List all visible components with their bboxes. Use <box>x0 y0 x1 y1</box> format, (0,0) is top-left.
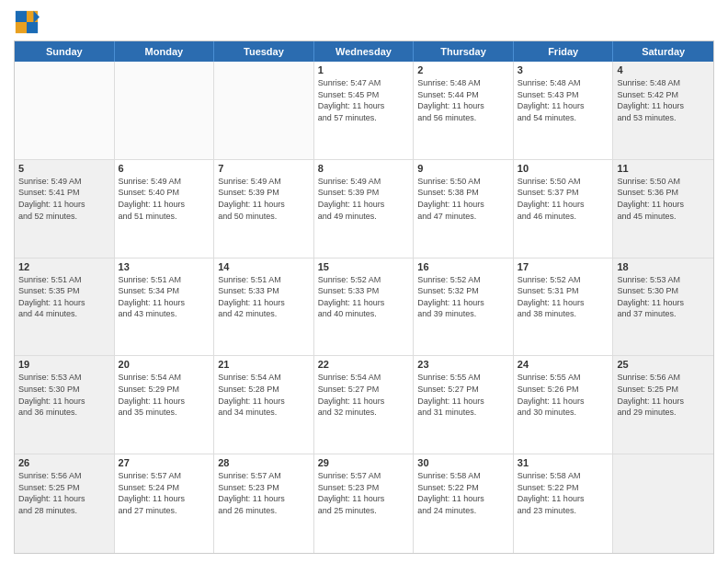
calendar-row-5: 26Sunrise: 5:56 AM Sunset: 5:25 PM Dayli… <box>15 454 713 553</box>
day-header-sunday: Sunday <box>15 41 115 62</box>
day-number: 21 <box>218 359 310 370</box>
calendar-cell-16: 16Sunrise: 5:52 AM Sunset: 5:32 PM Dayli… <box>414 259 514 356</box>
calendar-cell-31: 31Sunrise: 5:58 AM Sunset: 5:22 PM Dayli… <box>514 454 614 553</box>
calendar-cell-29: 29Sunrise: 5:57 AM Sunset: 5:23 PM Dayli… <box>314 454 415 553</box>
day-number: 31 <box>518 457 609 468</box>
day-info: Sunrise: 5:49 AM Sunset: 5:39 PM Dayligh… <box>218 176 310 222</box>
calendar-cell-8: 8Sunrise: 5:49 AM Sunset: 5:39 PM Daylig… <box>314 160 415 258</box>
day-number: 20 <box>119 359 210 370</box>
day-number: 1 <box>318 64 410 75</box>
day-info: Sunrise: 5:57 AM Sunset: 5:23 PM Dayligh… <box>318 470 410 516</box>
day-info: Sunrise: 5:48 AM Sunset: 5:43 PM Dayligh… <box>518 77 609 123</box>
day-number: 10 <box>518 163 609 174</box>
day-number: 2 <box>417 64 509 75</box>
svg-rect-3 <box>27 22 38 33</box>
day-info: Sunrise: 5:51 AM Sunset: 5:34 PM Dayligh… <box>119 274 210 320</box>
day-number: 24 <box>518 359 609 370</box>
day-info: Sunrise: 5:49 AM Sunset: 5:41 PM Dayligh… <box>18 176 110 222</box>
calendar-cell-1: 1Sunrise: 5:47 AM Sunset: 5:45 PM Daylig… <box>314 62 415 159</box>
day-info: Sunrise: 5:50 AM Sunset: 5:36 PM Dayligh… <box>617 176 710 222</box>
day-header-saturday: Saturday <box>613 41 713 62</box>
day-number: 17 <box>518 261 609 272</box>
day-info: Sunrise: 5:48 AM Sunset: 5:42 PM Dayligh… <box>617 77 710 123</box>
calendar-cell-5: 5Sunrise: 5:49 AM Sunset: 5:41 PM Daylig… <box>15 160 115 258</box>
calendar-cell-13: 13Sunrise: 5:51 AM Sunset: 5:34 PM Dayli… <box>115 259 215 356</box>
day-number: 30 <box>417 457 509 468</box>
calendar-cell-22: 22Sunrise: 5:54 AM Sunset: 5:27 PM Dayli… <box>314 356 415 454</box>
calendar-cell-empty-0-0 <box>15 62 115 159</box>
day-info: Sunrise: 5:54 AM Sunset: 5:27 PM Dayligh… <box>318 372 410 418</box>
header <box>14 9 714 35</box>
day-info: Sunrise: 5:50 AM Sunset: 5:38 PM Dayligh… <box>417 176 509 222</box>
calendar-cell-28: 28Sunrise: 5:57 AM Sunset: 5:23 PM Dayli… <box>214 454 314 553</box>
day-number: 9 <box>417 163 509 174</box>
calendar-cell-25: 25Sunrise: 5:56 AM Sunset: 5:25 PM Dayli… <box>613 356 713 454</box>
day-info: Sunrise: 5:56 AM Sunset: 5:25 PM Dayligh… <box>18 470 110 516</box>
day-info: Sunrise: 5:54 AM Sunset: 5:28 PM Dayligh… <box>218 372 310 418</box>
day-number: 28 <box>218 457 310 468</box>
day-header-thursday: Thursday <box>414 41 514 62</box>
day-info: Sunrise: 5:56 AM Sunset: 5:25 PM Dayligh… <box>617 372 710 418</box>
calendar-cell-14: 14Sunrise: 5:51 AM Sunset: 5:33 PM Dayli… <box>214 259 314 356</box>
day-number: 7 <box>218 163 310 174</box>
logo <box>14 9 43 35</box>
day-number: 3 <box>518 64 609 75</box>
day-number: 5 <box>18 163 110 174</box>
calendar-cell-21: 21Sunrise: 5:54 AM Sunset: 5:28 PM Dayli… <box>214 356 314 454</box>
day-number: 22 <box>318 359 410 370</box>
day-info: Sunrise: 5:49 AM Sunset: 5:40 PM Dayligh… <box>119 176 210 222</box>
day-number: 23 <box>417 359 509 370</box>
calendar-row-1: 1Sunrise: 5:47 AM Sunset: 5:45 PM Daylig… <box>15 62 713 160</box>
day-info: Sunrise: 5:54 AM Sunset: 5:29 PM Dayligh… <box>119 372 210 418</box>
day-number: 29 <box>318 457 410 468</box>
day-number: 13 <box>119 261 210 272</box>
calendar-cell-7: 7Sunrise: 5:49 AM Sunset: 5:39 PM Daylig… <box>214 160 314 258</box>
calendar-cell-10: 10Sunrise: 5:50 AM Sunset: 5:37 PM Dayli… <box>514 160 614 258</box>
day-info: Sunrise: 5:55 AM Sunset: 5:27 PM Dayligh… <box>417 372 509 418</box>
calendar-cell-27: 27Sunrise: 5:57 AM Sunset: 5:24 PM Dayli… <box>115 454 215 553</box>
day-number: 25 <box>617 359 710 370</box>
day-info: Sunrise: 5:47 AM Sunset: 5:45 PM Dayligh… <box>318 77 410 123</box>
day-number: 12 <box>18 261 110 272</box>
day-number: 11 <box>617 163 710 174</box>
calendar: SundayMondayTuesdayWednesdayThursdayFrid… <box>14 40 714 554</box>
day-info: Sunrise: 5:51 AM Sunset: 5:35 PM Dayligh… <box>18 274 110 320</box>
calendar-cell-4: 4Sunrise: 5:48 AM Sunset: 5:42 PM Daylig… <box>613 62 713 159</box>
day-number: 15 <box>318 261 410 272</box>
day-info: Sunrise: 5:49 AM Sunset: 5:39 PM Dayligh… <box>318 176 410 222</box>
day-header-friday: Friday <box>514 41 614 62</box>
calendar-cell-11: 11Sunrise: 5:50 AM Sunset: 5:36 PM Dayli… <box>613 160 713 258</box>
day-info: Sunrise: 5:52 AM Sunset: 5:33 PM Dayligh… <box>318 274 410 320</box>
day-info: Sunrise: 5:57 AM Sunset: 5:24 PM Dayligh… <box>119 470 210 516</box>
calendar-row-4: 19Sunrise: 5:53 AM Sunset: 5:30 PM Dayli… <box>15 356 713 454</box>
calendar-cell-17: 17Sunrise: 5:52 AM Sunset: 5:31 PM Dayli… <box>514 259 614 356</box>
day-info: Sunrise: 5:57 AM Sunset: 5:23 PM Dayligh… <box>218 470 310 516</box>
calendar-cell-30: 30Sunrise: 5:58 AM Sunset: 5:22 PM Dayli… <box>414 454 514 553</box>
calendar-header: SundayMondayTuesdayWednesdayThursdayFrid… <box>15 41 713 62</box>
day-info: Sunrise: 5:50 AM Sunset: 5:37 PM Dayligh… <box>518 176 609 222</box>
day-number: 27 <box>119 457 210 468</box>
calendar-cell-18: 18Sunrise: 5:53 AM Sunset: 5:30 PM Dayli… <box>613 259 713 356</box>
day-number: 8 <box>318 163 410 174</box>
calendar-row-2: 5Sunrise: 5:49 AM Sunset: 5:41 PM Daylig… <box>15 160 713 259</box>
svg-rect-2 <box>16 22 27 33</box>
day-number: 16 <box>417 261 509 272</box>
day-info: Sunrise: 5:53 AM Sunset: 5:30 PM Dayligh… <box>18 372 110 418</box>
calendar-cell-12: 12Sunrise: 5:51 AM Sunset: 5:35 PM Dayli… <box>15 259 115 356</box>
day-header-monday: Monday <box>115 41 215 62</box>
day-number: 4 <box>617 64 710 75</box>
calendar-cell-9: 9Sunrise: 5:50 AM Sunset: 5:38 PM Daylig… <box>414 160 514 258</box>
calendar-cell-19: 19Sunrise: 5:53 AM Sunset: 5:30 PM Dayli… <box>15 356 115 454</box>
day-header-tuesday: Tuesday <box>214 41 314 62</box>
day-number: 14 <box>218 261 310 272</box>
day-info: Sunrise: 5:52 AM Sunset: 5:31 PM Dayligh… <box>518 274 609 320</box>
day-info: Sunrise: 5:52 AM Sunset: 5:32 PM Dayligh… <box>417 274 509 320</box>
calendar-cell-empty-0-1 <box>115 62 215 159</box>
day-number: 18 <box>617 261 710 272</box>
svg-rect-0 <box>16 11 27 22</box>
day-header-wednesday: Wednesday <box>314 41 415 62</box>
day-info: Sunrise: 5:53 AM Sunset: 5:30 PM Dayligh… <box>617 274 710 320</box>
logo-icon <box>14 9 40 35</box>
calendar-cell-20: 20Sunrise: 5:54 AM Sunset: 5:29 PM Dayli… <box>115 356 215 454</box>
calendar-cell-empty-0-2 <box>214 62 314 159</box>
